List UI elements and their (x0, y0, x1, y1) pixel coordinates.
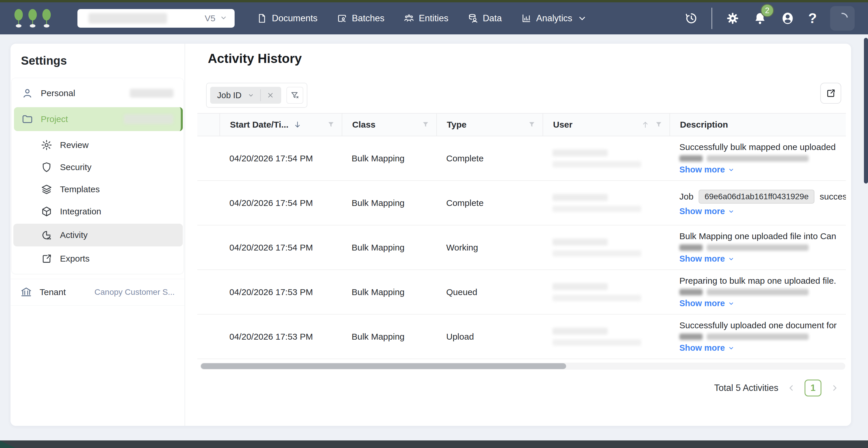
sidebar-item-review[interactable]: Review (12, 134, 183, 156)
header-type[interactable]: Type (436, 114, 542, 136)
gear-icon[interactable] (726, 11, 740, 25)
header-start-date[interactable]: Start Date/Ti... (219, 114, 342, 136)
page-number-button[interactable]: 1 (805, 380, 822, 396)
cube-icon (41, 206, 52, 217)
batches-icon (337, 13, 347, 24)
tree-icon (13, 9, 24, 28)
sidebar-item-integration[interactable]: Integration (12, 201, 183, 222)
redacted-value (130, 89, 174, 97)
clear-filters-button[interactable] (286, 87, 303, 104)
filter-funnel-icon[interactable] (327, 121, 335, 128)
column-label: Class (352, 120, 375, 130)
table-row: 04/20/2026 17:53 PM Bulk Mapping Upload … (197, 315, 846, 359)
sidebar-item-personal[interactable]: Personal (12, 82, 183, 104)
page-title: Activity History (208, 51, 846, 66)
gear-icon (41, 139, 52, 151)
table-row: 04/20/2026 17:54 PM Bulk Mapping Complet… (197, 136, 846, 181)
show-more-link[interactable]: Show more (679, 165, 846, 175)
cell-type: Upload (436, 332, 542, 342)
redacted-user-name (553, 239, 608, 245)
analytics-icon (521, 13, 531, 24)
active-filters: Job ID (206, 83, 307, 108)
cell-description: Job69e6a06d1ab161ff0431929esuccessfu Sho… (670, 190, 846, 216)
database-icon (467, 13, 478, 24)
loading-tile[interactable] (830, 6, 855, 31)
nav-documents[interactable]: Documents (257, 13, 317, 24)
nav-data[interactable]: Data (467, 13, 501, 24)
horizontal-scrollbar[interactable] (200, 363, 845, 370)
close-icon[interactable] (267, 91, 274, 99)
project-selector[interactable]: V5 (78, 9, 235, 28)
sidebar-title: Settings (21, 54, 185, 67)
previous-page-button[interactable] (787, 384, 796, 392)
canopy-logo[interactable] (13, 9, 52, 28)
sidebar-item-security[interactable]: Security (12, 156, 183, 178)
show-more-link[interactable]: Show more (679, 207, 846, 216)
header-description[interactable]: Description (670, 114, 846, 136)
redacted-user-email (553, 206, 641, 212)
sidebar-item-label: Review (60, 140, 89, 150)
primary-nav: Documents Batches Entities Data Analytic… (257, 13, 587, 24)
chevron-down-icon (728, 345, 735, 352)
column-label: Description (680, 120, 728, 130)
cell-class: Bulk Mapping (342, 243, 436, 252)
scrollbar-thumb[interactable] (201, 363, 566, 369)
sidebar-item-label: Personal (41, 88, 75, 98)
cell-start-date: 04/20/2026 17:53 PM (219, 332, 342, 342)
nav-label: Entities (419, 13, 448, 24)
cell-user (542, 328, 670, 346)
cell-class: Bulk Mapping (342, 198, 436, 208)
header-class[interactable]: Class (342, 114, 436, 136)
activity-table: Start Date/Ti... Class Type User (197, 113, 846, 370)
version-label: V5 (205, 13, 215, 23)
nav-entities[interactable]: Entities (404, 13, 448, 24)
help-icon[interactable]: ? (808, 11, 817, 25)
next-page-button[interactable] (830, 384, 839, 392)
filter-funnel-icon[interactable] (655, 121, 662, 128)
redacted-user-email (553, 339, 641, 346)
column-label: Type (447, 120, 467, 130)
chevron-down-icon[interactable] (247, 92, 254, 99)
sidebar-item-exports[interactable]: Exports (12, 247, 183, 270)
redacted-detail-label (679, 244, 703, 251)
cell-type: Complete (436, 198, 542, 208)
header-user[interactable]: User (542, 114, 670, 136)
cell-start-date: 04/20/2026 17:53 PM (219, 287, 342, 297)
description-text: Successfully bulk mapped one uploaded (679, 142, 836, 152)
cell-description: Successfully uploaded one document for S… (670, 321, 846, 353)
nav-label: Data (483, 13, 501, 24)
nav-batches[interactable]: Batches (337, 13, 384, 24)
nav-analytics[interactable]: Analytics (521, 13, 587, 24)
show-more-link[interactable]: Show more (679, 343, 846, 353)
filter-chip-job-id[interactable]: Job ID (210, 87, 281, 104)
window-top-strip (0, 0, 868, 2)
top-navbar: V5 Documents Batches Entities Data Analy… (0, 2, 868, 34)
export-activities-button[interactable] (820, 83, 841, 104)
sort-asc-icon[interactable] (641, 120, 650, 129)
page-scrollbar-thumb[interactable] (864, 38, 868, 183)
person-icon (22, 87, 33, 99)
chevron-left-icon (787, 384, 796, 392)
window-bottom-strip (0, 441, 868, 448)
cell-user (542, 239, 670, 257)
sidebar-item-label: Templates (60, 184, 100, 194)
show-more-link[interactable]: Show more (679, 254, 846, 264)
filter-funnel-icon[interactable] (528, 121, 535, 128)
filter-funnel-icon[interactable] (422, 121, 429, 128)
show-more-link[interactable]: Show more (679, 299, 846, 308)
account-icon[interactable] (780, 11, 795, 26)
sidebar-item-project[interactable]: Project (14, 107, 183, 131)
tree-icon (27, 9, 38, 28)
sidebar-item-templates[interactable]: Templates (12, 178, 183, 201)
sidebar-item-activity[interactable]: Activity (13, 224, 183, 246)
history-icon[interactable] (685, 12, 698, 25)
notifications-button[interactable]: 2 (753, 11, 767, 25)
redacted-user-name (553, 328, 608, 335)
shield-icon (41, 161, 52, 173)
cell-start-date: 04/20/2026 17:54 PM (219, 198, 342, 208)
cell-user (542, 194, 670, 212)
description-text: Preparing to bulk map one uploaded file. (679, 276, 836, 286)
sidebar-item-tenant[interactable]: Tenant Canopy Customer S... (10, 279, 185, 305)
sidebar-item-label: Tenant (39, 287, 66, 297)
sort-desc-icon[interactable] (293, 120, 302, 129)
